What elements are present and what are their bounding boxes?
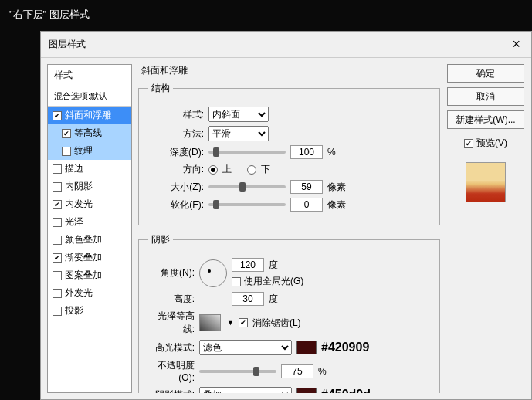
- soften-unit: 像素: [327, 198, 346, 212]
- direction-up-radio[interactable]: [208, 165, 218, 175]
- gloss-contour-picker[interactable]: [199, 314, 221, 331]
- style-item-9[interactable]: 图案叠加: [48, 266, 131, 284]
- depth-slider[interactable]: [208, 151, 286, 154]
- altitude-label: 高度:: [148, 293, 195, 306]
- shadow-color-swatch[interactable]: [296, 388, 317, 393]
- size-slider[interactable]: [208, 185, 286, 188]
- size-unit: 像素: [327, 181, 346, 194]
- style-item-checkbox[interactable]: [53, 111, 62, 120]
- style-item-checkbox[interactable]: [53, 307, 62, 316]
- direction-label: 方向:: [148, 163, 204, 176]
- style-item-checkbox[interactable]: [62, 129, 71, 138]
- styles-header: 样式: [48, 65, 131, 86]
- style-item-checkbox[interactable]: [53, 236, 62, 245]
- style-item-checkbox[interactable]: [53, 218, 62, 227]
- ok-button[interactable]: 确定: [447, 64, 524, 83]
- gloss-contour-label: 光泽等高线:: [148, 310, 195, 336]
- action-panel: 确定 取消 新建样式(W)... 预览(V): [446, 64, 525, 393]
- style-item-label: 等高线: [74, 127, 102, 140]
- highlight-hex: #420909: [321, 341, 369, 354]
- style-item-label: 内阴影: [65, 180, 93, 193]
- style-item-11[interactable]: 投影: [48, 302, 131, 320]
- dialog-title: 图层样式: [49, 38, 86, 51]
- style-item-7[interactable]: 颜色叠加: [48, 231, 131, 249]
- style-item-checkbox[interactable]: [53, 164, 62, 174]
- style-item-5[interactable]: 内发光: [48, 195, 131, 213]
- soften-slider[interactable]: [208, 203, 286, 206]
- size-label: 大小(Z):: [148, 181, 204, 194]
- soften-input[interactable]: [290, 198, 323, 212]
- style-item-checkbox[interactable]: [53, 271, 62, 280]
- style-item-checkbox[interactable]: [62, 147, 71, 156]
- style-item-6[interactable]: 光泽: [48, 213, 131, 231]
- highlight-opacity-input[interactable]: [281, 364, 313, 378]
- size-input[interactable]: [290, 180, 323, 194]
- preview-checkbox[interactable]: [464, 139, 473, 148]
- style-item-3[interactable]: 描边: [48, 160, 131, 178]
- depth-unit: %: [327, 147, 336, 158]
- depth-input[interactable]: [290, 145, 323, 159]
- shadow-mode-label: 阴影模式:: [148, 388, 195, 394]
- direction-up-label: 上: [222, 163, 232, 176]
- structure-legend: 结构: [148, 82, 173, 95]
- structure-group: 结构 样式: 内斜面 方法: 平滑 深度(D): % 方向:: [138, 82, 440, 225]
- highlight-color-swatch[interactable]: [296, 341, 317, 354]
- antialias-label: 消除锯齿(L): [252, 317, 301, 330]
- angle-input[interactable]: [232, 258, 264, 272]
- style-item-label: 描边: [65, 162, 83, 175]
- shadow-mode-select[interactable]: 叠加: [199, 387, 292, 393]
- style-item-0[interactable]: 斜面和浮雕: [48, 107, 131, 124]
- angle-dial[interactable]: [199, 259, 227, 287]
- layer-style-dialog: 图层样式 × 样式 混合选项:默认 斜面和浮雕等高线纹理描边内阴影内发光光泽颜色…: [40, 31, 532, 400]
- style-item-label: 投影: [65, 304, 83, 317]
- page-header: "右下层" 图层样式: [0, 0, 532, 29]
- style-item-checkbox[interactable]: [53, 289, 62, 298]
- chevron-down-icon[interactable]: ▼: [227, 319, 234, 327]
- angle-label: 角度(N):: [148, 266, 195, 280]
- highlight-mode-label: 高光模式:: [148, 341, 195, 354]
- preview-thumbnail: [466, 162, 506, 202]
- style-item-8[interactable]: 渐变叠加: [48, 249, 131, 266]
- style-item-1[interactable]: 等高线: [48, 124, 131, 142]
- antialias-checkbox[interactable]: [239, 318, 248, 327]
- titlebar: 图层样式 ×: [41, 32, 531, 58]
- altitude-input[interactable]: [232, 292, 264, 306]
- style-item-checkbox[interactable]: [53, 200, 62, 209]
- style-item-2[interactable]: 纹理: [48, 142, 131, 160]
- style-item-label: 渐变叠加: [65, 251, 102, 264]
- style-select[interactable]: 内斜面: [208, 107, 269, 122]
- new-style-button[interactable]: 新建样式(W)...: [447, 110, 524, 129]
- style-item-10[interactable]: 外发光: [48, 284, 131, 302]
- direction-down-radio[interactable]: [247, 165, 256, 175]
- highlight-mode-select[interactable]: 滤色: [199, 340, 292, 355]
- global-light-checkbox[interactable]: [232, 277, 241, 286]
- shadow-hex: #450d0d: [321, 388, 371, 393]
- shading-group: 阴影 角度(N): 度 使用全局光(G): [138, 233, 440, 393]
- style-item-checkbox[interactable]: [53, 182, 62, 192]
- cancel-button[interactable]: 取消: [447, 87, 524, 106]
- direction-down-label: 下: [261, 163, 270, 176]
- style-item-4[interactable]: 内阴影: [48, 178, 131, 195]
- style-item-checkbox[interactable]: [53, 253, 62, 263]
- settings-panel: 斜面和浮雕 结构 样式: 内斜面 方法: 平滑 深度(D): %: [138, 64, 440, 393]
- blend-options-row[interactable]: 混合选项:默认: [48, 86, 131, 107]
- style-item-label: 图案叠加: [65, 269, 102, 282]
- global-light-label: 使用全局光(G): [244, 275, 303, 288]
- style-item-label: 斜面和浮雕: [65, 109, 111, 122]
- style-item-label: 外发光: [65, 286, 93, 300]
- style-item-label: 纹理: [74, 144, 93, 158]
- style-item-label: 光泽: [65, 215, 83, 229]
- close-icon[interactable]: ×: [509, 36, 524, 53]
- angle-unit: 度: [269, 259, 278, 272]
- technique-label: 方法:: [148, 127, 204, 141]
- altitude-unit: 度: [269, 293, 278, 306]
- highlight-opacity-label: 不透明度(O):: [148, 359, 195, 383]
- soften-label: 软化(F):: [148, 198, 204, 212]
- highlight-opacity-slider[interactable]: [199, 370, 276, 373]
- technique-select[interactable]: 平滑: [208, 126, 269, 141]
- preview-label: 预览(V): [476, 137, 507, 150]
- dialog-content: 样式 混合选项:默认 斜面和浮雕等高线纹理描边内阴影内发光光泽颜色叠加渐变叠加图…: [41, 58, 531, 399]
- highlight-opacity-unit: %: [318, 366, 327, 377]
- styles-list: 样式 混合选项:默认 斜面和浮雕等高线纹理描边内阴影内发光光泽颜色叠加渐变叠加图…: [47, 64, 132, 393]
- depth-label: 深度(D):: [148, 146, 204, 159]
